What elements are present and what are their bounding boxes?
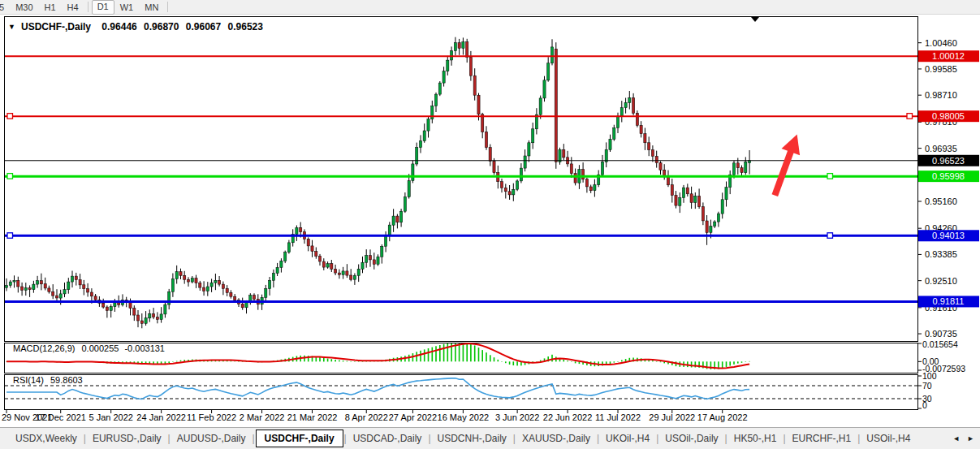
rsi-pane bbox=[5, 376, 922, 408]
tab-separator: | bbox=[344, 433, 347, 444]
candle bbox=[79, 280, 81, 285]
candle bbox=[717, 214, 719, 222]
candle bbox=[230, 292, 232, 296]
tab-separator: | bbox=[513, 433, 516, 444]
candle bbox=[75, 276, 77, 279]
line-handle[interactable] bbox=[7, 114, 13, 119]
title-open: 0.96446 bbox=[101, 21, 137, 32]
line-handle[interactable] bbox=[907, 114, 913, 119]
candle bbox=[300, 227, 302, 231]
candle bbox=[462, 42, 464, 49]
line-handle[interactable] bbox=[827, 233, 833, 239]
candles-layer bbox=[5, 42, 750, 324]
date-axis-label: 17 Aug 2022 bbox=[697, 412, 748, 422]
candle bbox=[24, 288, 27, 291]
candle bbox=[307, 239, 309, 246]
candle bbox=[543, 80, 546, 98]
candle bbox=[636, 113, 638, 125]
trend-arrow-object[interactable] bbox=[766, 131, 806, 198]
tab-separator: | bbox=[428, 433, 430, 444]
candle bbox=[458, 43, 460, 49]
candle bbox=[377, 257, 379, 264]
candle bbox=[710, 227, 712, 233]
candle bbox=[745, 162, 747, 172]
tab-separator: | bbox=[783, 433, 785, 444]
line-handle[interactable] bbox=[7, 174, 13, 179]
chart-tab-usdcnh-daily[interactable]: USDCNH-,Daily bbox=[432, 430, 512, 447]
candle bbox=[234, 296, 236, 300]
tab-scroll-right-icon[interactable]: ► bbox=[967, 434, 974, 443]
chart-tab-usdx-weekly[interactable]: USDX,Weekly bbox=[10, 430, 83, 447]
chart-tab-usoil-h4[interactable]: USOil-,H4 bbox=[861, 430, 916, 447]
candle bbox=[67, 282, 70, 290]
candle bbox=[601, 162, 603, 175]
date-axis-label: 24 Jan 2022 bbox=[136, 412, 186, 422]
candle bbox=[667, 177, 669, 185]
candle bbox=[500, 182, 503, 188]
candle bbox=[485, 132, 487, 148]
candle bbox=[129, 303, 132, 309]
candle bbox=[5, 286, 7, 288]
candle bbox=[206, 287, 209, 291]
date-axis: 29 Nov 202117 Dec 20215 Jan 202224 Jan 2… bbox=[2, 410, 748, 423]
candle bbox=[17, 280, 19, 287]
chart-tab-xauusd-daily[interactable]: XAUUSD-,Daily bbox=[516, 430, 596, 447]
candle bbox=[504, 188, 507, 191]
candle bbox=[265, 289, 267, 298]
candle bbox=[563, 149, 565, 158]
candle bbox=[408, 181, 410, 197]
candle bbox=[94, 296, 97, 300]
tab-separator: | bbox=[725, 433, 727, 444]
candle bbox=[48, 288, 50, 291]
date-axis-label: 5 Jan 2022 bbox=[89, 412, 132, 422]
candle bbox=[473, 76, 476, 95]
candle bbox=[136, 315, 139, 321]
candle bbox=[40, 281, 42, 284]
line-handle[interactable] bbox=[827, 174, 833, 179]
price-axis-label: 0.92510 bbox=[925, 276, 957, 286]
chart-tab-usdcad-daily[interactable]: USDCAD-,Daily bbox=[348, 430, 428, 447]
candle bbox=[63, 290, 66, 294]
date-axis-label: 2 Mar 2022 bbox=[240, 412, 285, 422]
candle bbox=[175, 272, 178, 279]
chart-shift-marker-icon[interactable] bbox=[751, 17, 759, 22]
date-axis-label: 22 Jun 2022 bbox=[543, 412, 593, 422]
chart-tab-audusd-daily[interactable]: AUDUSD-,Daily bbox=[171, 430, 252, 447]
candle bbox=[183, 275, 186, 279]
chart-tab-hk50-h1[interactable]: HK50-,H1 bbox=[728, 430, 783, 447]
candle bbox=[369, 256, 371, 260]
candle bbox=[156, 317, 158, 320]
candle bbox=[195, 278, 197, 283]
candle bbox=[616, 116, 619, 127]
candle bbox=[454, 43, 456, 51]
candle bbox=[55, 296, 58, 298]
rsi-label: RSI(14) 59.8603 bbox=[13, 375, 83, 385]
date-axis-label: 3 Jun 2022 bbox=[495, 412, 539, 422]
tab-separator: | bbox=[84, 433, 86, 444]
chart-tab-eurusd-daily[interactable]: EURUSD-,Daily bbox=[87, 430, 167, 447]
price-axis-label: 0.99585 bbox=[925, 64, 957, 74]
chart-surface[interactable]: 1.004600.995850.987100.978100.969350.951… bbox=[0, 0, 980, 428]
line-handle[interactable] bbox=[7, 233, 13, 239]
candle bbox=[620, 108, 623, 116]
candle bbox=[149, 314, 151, 318]
candle bbox=[83, 285, 85, 289]
chart-tab-usoil-daily[interactable]: USOil-,Daily bbox=[659, 430, 723, 447]
tab-scroll-left-icon[interactable]: ◄ bbox=[952, 434, 960, 443]
candle-wicks-layer bbox=[6, 37, 749, 329]
candle bbox=[714, 222, 716, 227]
candle bbox=[400, 211, 403, 222]
candle bbox=[570, 164, 572, 174]
candle bbox=[694, 196, 697, 202]
candle bbox=[284, 253, 287, 261]
candle bbox=[9, 282, 11, 285]
title-high: 0.96870 bbox=[144, 21, 179, 32]
candle bbox=[346, 271, 348, 275]
candle bbox=[335, 269, 337, 273]
candle bbox=[640, 125, 642, 133]
candle bbox=[524, 156, 526, 168]
chart-tab-ukoil-h4[interactable]: UKOil-,H4 bbox=[600, 430, 655, 447]
chart-tab-usdchf-daily[interactable]: USDCHF-,Daily bbox=[256, 430, 343, 447]
candle bbox=[272, 274, 274, 281]
chart-tab-eurchf-h1[interactable]: EURCHF-,H1 bbox=[787, 430, 857, 447]
